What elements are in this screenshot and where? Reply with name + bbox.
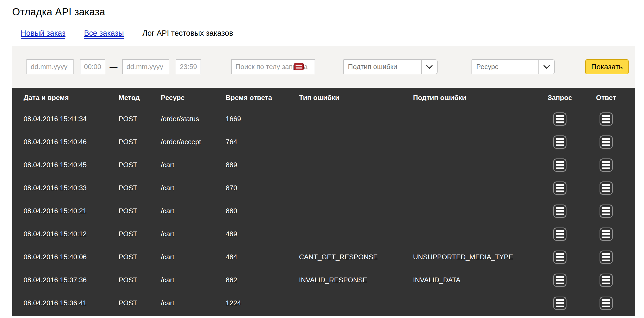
cell-datetime: 08.04.2016 15:40:46 (24, 138, 119, 146)
cell-response (577, 251, 635, 264)
cell-request (543, 112, 577, 126)
response-log-icon[interactable] (600, 228, 613, 241)
cell-response-time: 484 (226, 253, 299, 261)
icon-bar (556, 230, 564, 232)
cell-response-time: 489 (226, 230, 299, 238)
table-row: 08.04.2016 15:37:36 POST /cart 862 INVAL… (12, 269, 635, 292)
error-subtype-input[interactable] (343, 59, 421, 74)
icon-bar (602, 230, 610, 232)
column-header-3: Время ответа (226, 94, 299, 102)
cell-resource: /order/status (161, 115, 226, 123)
cell-response-time: 889 (226, 161, 299, 169)
table-row: 08.04.2016 15:40:06 POST /cart 484 CANT_… (12, 246, 635, 269)
icon-bar (556, 118, 564, 120)
cell-response (577, 112, 635, 126)
cell-datetime: 08.04.2016 15:40:45 (24, 161, 119, 169)
icon-bar (556, 164, 564, 166)
request-log-icon[interactable] (553, 112, 566, 126)
tabs-bar: Новый заказ Все заказы Лог API тестовых … (21, 29, 635, 39)
date-range-dash: — (110, 62, 117, 71)
cell-datetime: 08.04.2016 15:41:34 (24, 115, 119, 123)
table-header-row: Дата и времяМетодРесурсВремя ответаТип о… (12, 88, 635, 107)
cell-resource: /cart (161, 184, 226, 192)
table-row: 08.04.2016 15:41:34 POST /order/status 1… (12, 107, 635, 130)
icon-bar (556, 141, 564, 143)
show-button[interactable]: Показать (585, 59, 629, 74)
response-log-icon[interactable] (600, 251, 613, 264)
cell-response (577, 158, 635, 172)
date-from-input[interactable] (26, 59, 74, 74)
icon-bar (556, 256, 564, 258)
icon-bar (602, 138, 610, 140)
icon-bar (602, 237, 610, 238)
cell-request (543, 274, 577, 287)
date-to-input[interactable] (122, 59, 169, 74)
icon-bar (602, 302, 610, 304)
cell-response (577, 297, 635, 310)
icon-bar (556, 144, 564, 146)
time-from-input[interactable] (80, 59, 105, 74)
cell-resource: /cart (161, 299, 226, 307)
resource-combo (471, 59, 555, 74)
icon-bar (556, 121, 564, 123)
tab-new-order[interactable]: Новый заказ (21, 29, 65, 39)
cell-resource: /cart (161, 230, 226, 238)
resource-dropdown-button[interactable] (538, 59, 555, 74)
cell-datetime: 08.04.2016 15:40:21 (24, 207, 119, 215)
request-log-icon[interactable] (553, 274, 566, 287)
icon-bar (556, 306, 564, 307)
cell-error-type: CANT_GET_RESPONSE (299, 253, 413, 261)
table-row: 08.04.2016 15:40:33 POST /cart 870 (12, 176, 635, 199)
table-row: 08.04.2016 15:40:45 POST /cart 889 (12, 153, 635, 176)
icon-bar (556, 233, 564, 235)
icon-bar (556, 253, 564, 255)
request-log-icon[interactable] (553, 251, 566, 264)
table-row: 08.04.2016 15:40:46 POST /order/accept 7… (12, 130, 635, 153)
resource-input[interactable] (471, 59, 538, 74)
request-log-icon[interactable] (553, 297, 566, 310)
request-log-icon[interactable] (553, 228, 566, 241)
response-log-icon[interactable] (600, 135, 613, 149)
red-extension-badge-icon[interactable] (294, 63, 304, 70)
cell-resource: /cart (161, 161, 226, 169)
page-title: Отладка API заказа (12, 6, 635, 18)
icon-bar (602, 283, 610, 284)
request-log-icon[interactable] (553, 205, 566, 218)
response-log-icon[interactable] (600, 297, 613, 310)
cell-response (577, 228, 635, 241)
error-subtype-dropdown-button[interactable] (421, 59, 438, 74)
icon-bar (556, 115, 564, 117)
response-log-icon[interactable] (600, 158, 613, 172)
icon-bar (556, 213, 564, 215)
response-log-icon[interactable] (600, 181, 613, 195)
cell-datetime: 08.04.2016 15:40:33 (24, 184, 119, 192)
response-log-icon[interactable] (600, 112, 613, 126)
page: Отладка API заказа Новый заказ Все заказ… (0, 6, 644, 316)
badge-bar (296, 67, 302, 69)
request-log-icon[interactable] (553, 158, 566, 172)
cell-response (577, 205, 635, 218)
icon-bar (556, 187, 564, 189)
request-log-icon[interactable] (553, 135, 566, 149)
chevron-down-icon (426, 65, 433, 69)
request-log-icon[interactable] (553, 181, 566, 195)
column-header-6: Запрос (543, 94, 577, 102)
cell-resource: /cart (161, 207, 226, 215)
cell-response (577, 274, 635, 287)
time-to-input[interactable] (176, 59, 201, 74)
cell-response-time: 862 (226, 276, 299, 284)
response-log-icon[interactable] (600, 205, 613, 218)
table-row: 08.04.2016 15:40:12 POST /cart 489 (12, 222, 635, 246)
cell-method: POST (119, 161, 161, 169)
chevron-down-icon (543, 65, 550, 69)
badge-bar (296, 65, 302, 66)
api-log-table: Дата и времяМетодРесурсВремя ответаТип о… (12, 88, 635, 316)
response-log-icon[interactable] (600, 274, 613, 287)
icon-bar (602, 118, 610, 120)
icon-bar (556, 167, 564, 169)
tab-all-orders[interactable]: Все заказы (84, 29, 124, 39)
table-body: 08.04.2016 15:41:34 POST /order/status 1… (12, 107, 635, 315)
cell-method: POST (119, 184, 161, 192)
icon-bar (602, 260, 610, 261)
cell-request (543, 205, 577, 218)
